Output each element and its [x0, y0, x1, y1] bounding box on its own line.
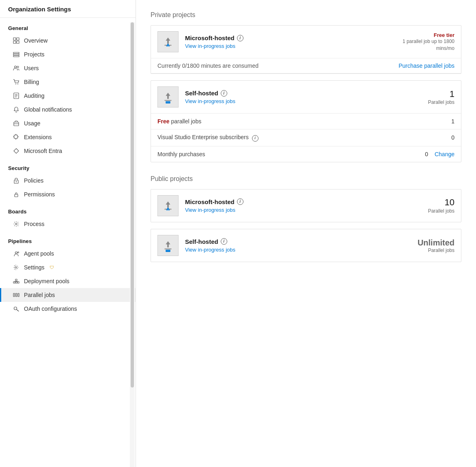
sidebar-item-overview[interactable]: Overview — [0, 34, 136, 47]
private-self-hosted-card: Self-hosted i View in-progress jobs 1 Pa… — [151, 80, 461, 162]
sidebar-section-pipelines: Pipelines — [0, 231, 136, 247]
private-self-hosted-info: Self-hosted i View in-progress jobs — [185, 90, 399, 104]
private-self-hosted-vs-value: 0 — [406, 134, 454, 141]
layers-icon — [13, 51, 20, 58]
private-self-hosted-info-icon[interactable]: i — [221, 90, 227, 97]
public-ms-hosted-icon — [157, 195, 179, 216]
private-self-hosted-label: Parallel jobs — [406, 99, 454, 105]
svg-rect-25 — [13, 282, 15, 283]
padlock-icon — [13, 191, 20, 198]
sidebar-item-process[interactable]: Process — [0, 217, 136, 231]
svg-point-7 — [15, 66, 17, 68]
svg-point-19 — [16, 181, 17, 182]
private-self-hosted-title: Self-hosted i — [185, 90, 399, 97]
sidebar-item-settings[interactable]: Settings 🛡 — [0, 260, 136, 274]
private-ms-hosted-minutes-text: Currently 0/1800 minutes are consumed — [157, 62, 398, 69]
private-self-hosted-vs-row: Visual Studio Enterprise subscribers i 0 — [151, 129, 461, 146]
svg-point-10 — [17, 84, 18, 84]
svg-rect-20 — [15, 194, 18, 197]
private-projects-section: Private projects Micr — [151, 11, 461, 162]
private-projects-title: Private projects — [151, 11, 461, 19]
svg-rect-4 — [13, 52, 19, 54]
public-ms-hosted-info-icon[interactable]: i — [237, 198, 243, 205]
sidebar-item-oauth-configurations[interactable]: OAuth configurations — [0, 302, 136, 316]
public-ms-hosted-num: 10 — [406, 197, 454, 208]
sidebar-item-agent-pools[interactable]: Agent pools — [0, 247, 136, 260]
private-ms-hosted-row: Microsoft-hosted i View in-progress jobs… — [151, 26, 461, 58]
private-ms-hosted-icon — [157, 31, 179, 52]
public-self-hosted-card: Self-hosted i View in-progress jobs Unli… — [151, 229, 461, 262]
sidebar-item-projects[interactable]: Projects — [0, 47, 136, 61]
grid-icon — [13, 37, 20, 44]
public-ms-hosted-label: Parallel jobs — [406, 208, 454, 214]
private-vs-info-icon[interactable]: i — [252, 135, 258, 142]
svg-point-22 — [15, 252, 17, 254]
private-self-hosted-view-link[interactable]: View in-progress jobs — [185, 98, 399, 104]
sidebar-item-permissions[interactable]: Permissions — [0, 187, 136, 201]
sidebar-item-usage-label: Usage — [24, 120, 40, 127]
parallel-icon — [13, 291, 20, 299]
sidebar-item-global-notifications-label: Global notifications — [24, 106, 72, 113]
svg-point-9 — [15, 84, 16, 84]
public-self-hosted-view-link[interactable]: View in-progress jobs — [185, 247, 399, 253]
private-ms-free-tier-desc: 1 parallel job up to 1800 mins/mo — [403, 38, 454, 52]
gear-settings-icon — [13, 220, 20, 228]
private-self-hosted-icon — [157, 86, 179, 108]
public-self-hosted-value: Unlimited Parallel jobs — [406, 238, 454, 253]
private-ms-hosted-info-icon[interactable]: i — [237, 35, 243, 41]
svg-rect-3 — [17, 41, 19, 43]
svg-rect-6 — [13, 56, 19, 57]
sidebar-title: Organization Settings — [0, 0, 136, 18]
svg-rect-2 — [13, 41, 16, 43]
sidebar-item-usage[interactable]: Usage — [0, 116, 136, 130]
sidebar-item-extensions-label: Extensions — [24, 134, 52, 140]
private-self-hosted-monthly-label: Monthly purchases — [157, 151, 406, 157]
public-ms-hosted-value: 10 Parallel jobs — [406, 197, 454, 213]
public-self-hosted-row: Self-hosted i View in-progress jobs Unli… — [151, 229, 461, 262]
svg-rect-27 — [17, 282, 19, 283]
sidebar: Organization Settings General Overview P… — [0, 0, 136, 467]
private-ms-hosted-info: Microsoft-hosted i View in-progress jobs — [185, 34, 396, 49]
sidebar-item-process-label: Process — [24, 221, 45, 227]
private-self-hosted-free-text: Free — [157, 118, 170, 125]
private-ms-hosted-purchase-link[interactable]: Purchase parallel jobs — [398, 62, 454, 69]
key-icon — [13, 305, 20, 312]
sidebar-section-security: Security — [0, 158, 136, 174]
private-self-hosted-value: 1 Parallel jobs — [406, 89, 454, 105]
sidebar-item-deployment-pools[interactable]: Deployment pools — [0, 274, 136, 288]
sidebar-item-auditing[interactable]: Auditing — [0, 89, 136, 103]
sidebar-section-boards: Boards — [0, 201, 136, 217]
suitcase-icon — [13, 120, 20, 127]
svg-rect-33 — [18, 293, 19, 297]
svg-point-8 — [17, 66, 19, 68]
puzzle-icon — [13, 133, 20, 141]
public-self-hosted-info-icon[interactable]: i — [221, 238, 227, 245]
public-self-hosted-label: Parallel jobs — [406, 247, 454, 253]
svg-marker-17 — [14, 148, 19, 153]
sidebar-item-policies-label: Policies — [24, 177, 43, 184]
main-content: Private projects Micr — [136, 0, 476, 467]
sidebar-item-users[interactable]: Users — [0, 61, 136, 75]
private-self-hosted-change-link[interactable]: Change — [435, 151, 454, 157]
sidebar-section-general: General — [0, 18, 136, 34]
sidebar-item-oauth-configurations-label: OAuth configurations — [24, 306, 77, 312]
private-ms-hosted-view-link[interactable]: View in-progress jobs — [185, 43, 396, 49]
sidebar-item-policies[interactable]: Policies — [0, 174, 136, 187]
sidebar-item-microsoft-entra[interactable]: Microsoft Entra — [0, 144, 136, 158]
sidebar-item-extensions[interactable]: Extensions — [0, 130, 136, 144]
sidebar-item-global-notifications[interactable]: Global notifications — [0, 103, 136, 116]
public-self-hosted-title: Self-hosted i — [185, 238, 399, 245]
private-self-hosted-free-label: Free parallel jobs — [157, 118, 406, 125]
public-ms-hosted-row: Microsoft-hosted i View in-progress jobs… — [151, 189, 461, 222]
doc-icon — [13, 92, 20, 99]
sidebar-item-parallel-jobs[interactable]: Parallel jobs — [0, 288, 136, 302]
public-self-hosted-icon — [157, 235, 179, 256]
public-self-hosted-info: Self-hosted i View in-progress jobs — [185, 238, 399, 253]
public-projects-section: Public projects Microsoft-hosted — [151, 175, 461, 262]
sidebar-item-overview-label: Overview — [24, 37, 47, 44]
public-projects-title: Public projects — [151, 175, 461, 183]
sidebar-item-users-label: Users — [24, 65, 39, 71]
private-ms-hosted-value: Free tier 1 parallel job up to 1800 mins… — [403, 32, 454, 52]
public-ms-hosted-view-link[interactable]: View in-progress jobs — [185, 207, 399, 213]
sidebar-item-billing[interactable]: Billing — [0, 75, 136, 89]
